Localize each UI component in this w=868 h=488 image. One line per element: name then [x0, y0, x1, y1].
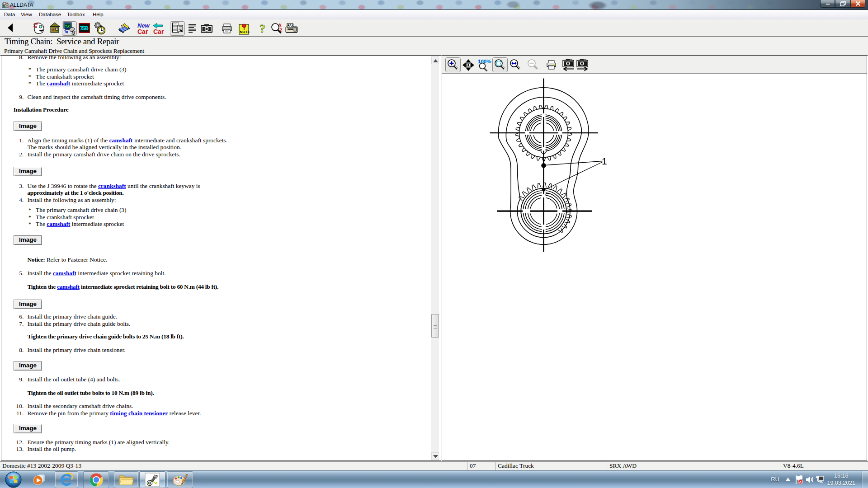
svg-text:7520: 7520 — [80, 25, 89, 32]
svg-text:?: ? — [259, 23, 265, 34]
svg-text:100%: 100% — [478, 59, 491, 64]
svg-text:FAX: FAX — [288, 24, 294, 27]
svg-text:Car: Car — [137, 28, 148, 35]
svg-text:NOTE: NOTE — [240, 30, 250, 34]
svg-text:1: 1 — [602, 156, 607, 166]
svg-text:Car: Car — [153, 28, 164, 35]
